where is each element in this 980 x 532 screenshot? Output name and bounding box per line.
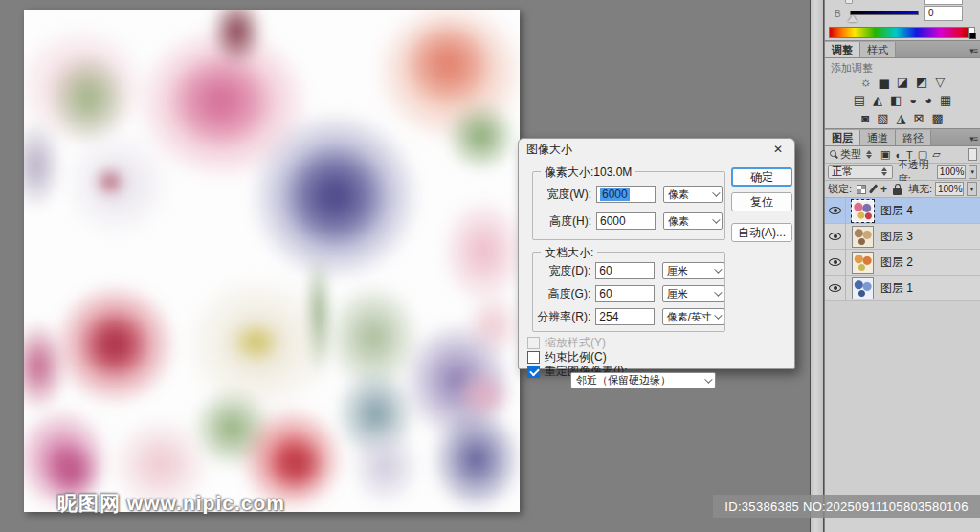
layer-thumbnail[interactable] — [852, 200, 874, 222]
visibility-toggle[interactable] — [825, 198, 846, 224]
adjustments-tabbar: 调整 样式 ▾≡ — [825, 41, 980, 58]
blue-value-field[interactable]: 0 — [924, 6, 963, 21]
black-white-icon[interactable]: ◧ — [890, 92, 902, 110]
doc-height-input[interactable]: 60 — [595, 285, 654, 302]
pixel-height-unit-select[interactable]: 像素 — [663, 212, 723, 230]
doc-width-label: 宽度(D): — [533, 263, 595, 279]
color-lookup-icon[interactable]: ▦ — [940, 92, 951, 110]
tab-styles[interactable]: 样式 — [860, 42, 896, 57]
layer-list-empty-area — [825, 301, 980, 498]
tab-layers[interactable]: 图层 — [825, 130, 860, 145]
paint-blob — [455, 368, 512, 421]
opacity-value[interactable]: 100% — [937, 165, 966, 179]
layer-thumbnail[interactable] — [852, 226, 874, 248]
reset-button[interactable]: 复位 — [731, 192, 792, 211]
blend-mode-select[interactable]: 正常 — [828, 165, 893, 179]
filter-toggle-button[interactable] — [968, 148, 977, 161]
paint-blob — [440, 196, 520, 306]
pixel-width-input[interactable]: 6000 — [596, 186, 656, 203]
adjustments-panel: 添加调整 ☼ ▅ ◪ ◩ ▽ ▤ ◭ ◧ ◒ ◕ ▦ ◙ — [825, 58, 980, 129]
invert-icon[interactable]: ◙ — [861, 110, 869, 128]
close-icon[interactable]: ✕ — [769, 143, 787, 156]
lock-transparent-pixels-icon[interactable] — [857, 185, 866, 194]
brightness-contrast-icon[interactable]: ☼ — [860, 74, 872, 92]
layer-row-2[interactable]: 图层 2 — [825, 250, 980, 276]
constrain-proportions-checkbox[interactable] — [527, 351, 540, 364]
paint-blob — [349, 426, 421, 507]
nipic-watermark: 昵图网 www.nipic.com — [57, 490, 285, 517]
doc-width-input[interactable]: 60 — [595, 262, 654, 279]
layer-thumbnail[interactable] — [852, 277, 874, 299]
threshold-icon[interactable]: ◮ — [896, 110, 905, 128]
layer-name[interactable]: 图层 3 — [880, 229, 913, 245]
gradient-map-icon[interactable]: ▩ — [931, 110, 943, 128]
filter-kind-select[interactable]: 类型 — [840, 147, 861, 162]
pixel-height-input[interactable]: 6000 — [596, 212, 656, 230]
color-balance-icon[interactable]: ◭ — [873, 92, 882, 110]
hue-saturation-icon[interactable]: ▤ — [854, 92, 865, 110]
stock-id-text: ID:35386385 NO:20250911105803580106 — [724, 499, 968, 514]
lock-row: 锁定: + 填充: 100% ▾ — [825, 181, 980, 198]
resample-method-select[interactable]: 邻近（保留硬边缘） — [570, 372, 716, 388]
panel-dock: B 0 调整 样式 ▾≡ 添加调整 ☼ ▅ ◪ ◩ ▽ — [825, 0, 980, 532]
auto-button[interactable]: 自动(A)... — [731, 223, 792, 242]
resolution-input[interactable]: 254 — [595, 308, 654, 325]
height-label: 高度(H): — [533, 213, 596, 230]
visibility-toggle[interactable] — [825, 250, 846, 276]
eye-icon — [829, 284, 841, 292]
fill-value[interactable]: 100% — [935, 182, 964, 196]
color-spectrum-ramp[interactable] — [829, 27, 969, 38]
document-size-legend: 文档大小: — [541, 245, 597, 261]
posterize-icon[interactable]: ▧ — [877, 110, 888, 128]
canvas-image — [24, 10, 520, 512]
curves-icon[interactable]: ◪ — [897, 74, 908, 92]
selective-color-icon[interactable]: ⊠ — [913, 110, 924, 128]
layer-name[interactable]: 图层 4 — [880, 203, 913, 219]
resample-image-checkbox[interactable] — [527, 366, 540, 378]
vibrance-icon[interactable]: ▽ — [935, 74, 945, 92]
tab-paths[interactable]: 路径 — [896, 130, 931, 145]
exposure-icon[interactable]: ◩ — [916, 74, 927, 92]
panel-menu-icon[interactable]: ▾≡ — [969, 46, 980, 57]
blue-slider-handle[interactable] — [848, 15, 858, 22]
layer-row-1[interactable]: 图层 1 — [825, 276, 980, 301]
filter-pixel-layers-icon[interactable]: ▣ — [880, 148, 890, 161]
ok-button[interactable]: 确定 — [731, 167, 792, 187]
layer-row-4[interactable]: 图层 4 — [825, 198, 980, 224]
eye-icon — [829, 258, 841, 266]
resolution-unit-select[interactable]: 像素/英寸 — [662, 308, 724, 325]
green-slider-handle[interactable] — [845, 0, 853, 4]
pixel-width-unit-select[interactable]: 像素 — [663, 186, 723, 203]
photo-filter-icon[interactable]: ◒ — [909, 92, 917, 110]
filter-kind-stepper-icon[interactable] — [866, 150, 872, 159]
green-value-field[interactable] — [924, 0, 963, 5]
tab-adjustments[interactable]: 调整 — [825, 42, 860, 57]
channel-mixer-icon[interactable]: ◕ — [924, 92, 932, 110]
doc-height-unit-select[interactable]: 厘米 — [662, 285, 724, 302]
layer-name[interactable]: 图层 1 — [880, 280, 913, 297]
dialog-titlebar[interactable]: 图像大小 ✕ — [519, 139, 794, 160]
opacity-dropdown-icon[interactable]: ▾ — [969, 165, 977, 179]
pixel-dimensions-legend: 像素大小:103.0M — [541, 165, 635, 181]
lock-label: 锁定: — [828, 182, 852, 196]
lock-position-icon[interactable]: + — [880, 185, 887, 194]
blue-slider-label: B — [835, 9, 841, 19]
black-swatch[interactable] — [969, 33, 976, 39]
layer-name[interactable]: 图层 2 — [880, 255, 913, 271]
fill-dropdown-icon[interactable]: ▾ — [967, 182, 977, 196]
panel-menu-icon[interactable]: ▾≡ — [969, 134, 980, 145]
lock-all-icon[interactable] — [893, 188, 902, 195]
lock-image-pixels-icon[interactable] — [869, 184, 878, 193]
visibility-toggle[interactable] — [825, 224, 846, 250]
paint-blob — [431, 407, 520, 512]
layer-thumbnail[interactable] — [852, 252, 874, 274]
panel-dock-divider[interactable] — [810, 0, 824, 532]
doc-height-label: 高度(G): — [533, 286, 595, 302]
tab-channels[interactable]: 通道 — [860, 130, 896, 145]
blue-slider-track[interactable] — [850, 11, 919, 15]
doc-width-unit-select[interactable]: 厘米 — [662, 262, 724, 279]
paint-blob — [268, 435, 325, 493]
layer-row-3[interactable]: 图层 3 — [825, 224, 980, 250]
levels-icon[interactable]: ▅ — [880, 74, 889, 92]
visibility-toggle[interactable] — [825, 276, 846, 301]
